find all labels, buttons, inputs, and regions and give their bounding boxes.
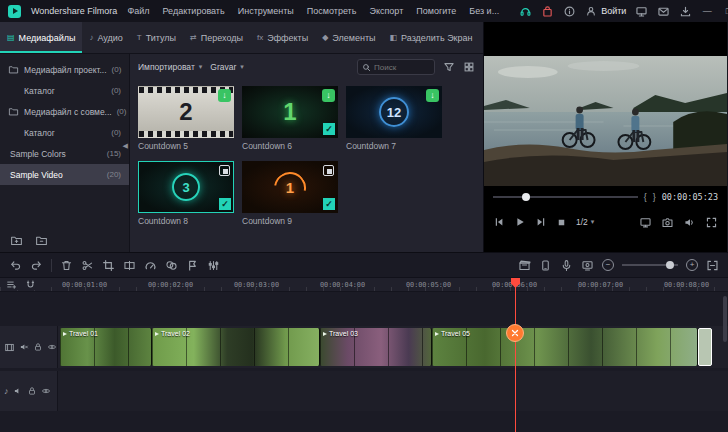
tab-transitions[interactable]: ⇄ Переходы bbox=[183, 22, 250, 53]
import-dropdown[interactable]: Импортироват ▾ bbox=[138, 62, 202, 72]
search-box[interactable] bbox=[357, 59, 435, 75]
media-item-countdown8[interactable]: 3 ✓ Countdown 8 bbox=[138, 161, 234, 226]
info-icon[interactable] bbox=[563, 5, 576, 18]
seekbar-handle[interactable] bbox=[522, 193, 530, 201]
stop-button[interactable] bbox=[556, 217, 567, 228]
collapse-sidebar-button[interactable]: ◀ bbox=[123, 142, 128, 150]
eye-icon[interactable] bbox=[41, 386, 51, 396]
track-manager-icon[interactable] bbox=[6, 279, 17, 290]
playback-quality-dropdown[interactable]: 1/2 ▾ bbox=[576, 217, 594, 227]
download-icon[interactable]: ↓ bbox=[322, 89, 335, 102]
next-frame-button[interactable] bbox=[535, 216, 547, 228]
previous-frame-button[interactable] bbox=[493, 216, 505, 228]
menu-file[interactable]: Файл bbox=[127, 6, 149, 16]
store-bag-icon[interactable] bbox=[541, 5, 554, 18]
view-grid-icon[interactable] bbox=[463, 61, 475, 73]
timeline-zoom-slider[interactable] bbox=[622, 264, 678, 266]
eye-icon[interactable] bbox=[47, 342, 57, 352]
render-clapper-icon[interactable] bbox=[518, 259, 531, 272]
sidebar-item-catalog-2[interactable]: Каталог (0) bbox=[0, 122, 129, 143]
login-button[interactable]: Войти bbox=[585, 5, 626, 17]
timeline-clip[interactable]: Travel 01 bbox=[60, 328, 152, 366]
timeline-vertical-scrollbar[interactable] bbox=[723, 296, 727, 342]
sidebar-item-sample-video[interactable]: Sample Video (20) bbox=[0, 164, 129, 185]
menu-view[interactable]: Посмотреть bbox=[307, 6, 357, 16]
maximize-button[interactable]: □ bbox=[722, 6, 728, 16]
menu-tools[interactable]: Инструменты bbox=[238, 6, 294, 16]
zoom-slider-handle[interactable] bbox=[666, 261, 674, 269]
snap-magnet-icon[interactable] bbox=[25, 279, 36, 290]
record-dropdown[interactable]: Gravar ▾ bbox=[210, 62, 244, 72]
timeline-clip[interactable]: Travel 05 bbox=[432, 328, 698, 366]
speed-icon[interactable] bbox=[144, 259, 157, 272]
tab-audio[interactable]: ♪ Аудио bbox=[82, 22, 129, 53]
download-icon[interactable]: ↓ bbox=[426, 89, 439, 102]
mixer-icon[interactable] bbox=[207, 259, 220, 272]
video-track-lane[interactable]: Travel 01 Travel 02 Travel 03 Trave bbox=[58, 326, 728, 368]
tab-splitscreen[interactable]: ◧ Разделить Экран bbox=[383, 22, 480, 53]
mute-icon[interactable] bbox=[19, 342, 29, 352]
delete-icon[interactable] bbox=[60, 259, 73, 272]
play-button[interactable] bbox=[514, 216, 526, 228]
mark-in-icon[interactable]: { bbox=[644, 192, 647, 202]
crop-icon[interactable] bbox=[102, 259, 115, 272]
sidebar-item-sample-colors[interactable]: Sample Colors (15) bbox=[0, 143, 129, 164]
media-item-countdown9[interactable]: 1 ✓ Countdown 9 bbox=[242, 161, 338, 226]
timeline-tracks: Travel 01 Travel 02 Travel 03 Trave bbox=[0, 292, 728, 432]
snapshot-camera-icon[interactable] bbox=[661, 216, 674, 229]
mark-out-icon[interactable]: } bbox=[653, 192, 656, 202]
download-icon[interactable]: ↓ bbox=[218, 89, 231, 102]
ruler-label: 00:00:05:00 bbox=[406, 281, 451, 289]
minimize-button[interactable]: — bbox=[701, 6, 713, 16]
new-folder-button[interactable] bbox=[10, 234, 23, 247]
media-item-countdown7[interactable]: 12 ↓ Countdown 7 bbox=[346, 86, 442, 151]
fullscreen-icon[interactable] bbox=[705, 216, 718, 229]
volume-icon[interactable] bbox=[683, 216, 696, 229]
mute-icon[interactable] bbox=[13, 386, 23, 396]
lock-icon[interactable] bbox=[27, 386, 37, 396]
sidebar-item-shared-media[interactable]: Медиафайл с совме... (0) bbox=[0, 101, 129, 122]
download-tray-icon[interactable] bbox=[679, 5, 692, 18]
preview-seekbar[interactable] bbox=[493, 196, 638, 198]
media-icon: ▤ bbox=[7, 33, 15, 42]
fit-timeline-icon[interactable] bbox=[706, 259, 719, 272]
split-at-playhead-button[interactable] bbox=[506, 324, 524, 342]
delete-folder-button[interactable] bbox=[35, 234, 48, 247]
media-item-countdown6[interactable]: 1 ↓ ✓ Countdown 6 bbox=[242, 86, 338, 151]
tab-media[interactable]: ▤ Медиафайлы bbox=[0, 22, 82, 53]
filter-icon[interactable] bbox=[443, 61, 455, 73]
zoom-in-button[interactable]: + bbox=[686, 259, 698, 271]
support-headset-icon[interactable] bbox=[519, 5, 532, 18]
menu-edit[interactable]: Редактировать bbox=[163, 6, 225, 16]
phone-icon[interactable] bbox=[539, 259, 552, 272]
mail-icon[interactable] bbox=[657, 5, 670, 18]
timeline-clip[interactable]: Travel 02 bbox=[152, 328, 320, 366]
voiceover-mic-icon[interactable] bbox=[560, 259, 573, 272]
tab-effects[interactable]: fx Эффекты bbox=[250, 22, 315, 53]
playhead[interactable] bbox=[515, 278, 516, 432]
scissors-icon[interactable] bbox=[81, 259, 94, 272]
sidebar-item-project-media[interactable]: Медиафайл проект... (0) bbox=[0, 59, 129, 80]
screen-record-icon[interactable] bbox=[581, 259, 594, 272]
lock-icon[interactable] bbox=[33, 342, 43, 352]
menu-help[interactable]: Помогите bbox=[416, 6, 456, 16]
marker-icon[interactable] bbox=[186, 259, 199, 272]
timeline-clip[interactable]: Travel 03 bbox=[320, 328, 432, 366]
color-icon[interactable] bbox=[165, 259, 178, 272]
redo-icon[interactable] bbox=[30, 259, 43, 272]
timeline-ruler[interactable]: 00:00:01:00 00:00:02:00 00:00:03:00 00:0… bbox=[0, 278, 728, 292]
menu-export[interactable]: Экспорт bbox=[369, 6, 403, 16]
screen-share-icon[interactable] bbox=[635, 5, 648, 18]
undo-icon[interactable] bbox=[9, 259, 22, 272]
audio-track-lane[interactable] bbox=[58, 371, 728, 411]
display-settings-icon[interactable] bbox=[639, 216, 652, 229]
sidebar-item-catalog-1[interactable]: Каталог (0) bbox=[0, 80, 129, 101]
compound-clip-icon bbox=[323, 165, 334, 176]
search-input[interactable] bbox=[374, 63, 430, 72]
split-icon[interactable] bbox=[123, 259, 136, 272]
tab-elements[interactable]: ◆ Элементы bbox=[315, 22, 382, 53]
tab-titles[interactable]: Т Титулы bbox=[130, 22, 183, 53]
selected-clip-fragment[interactable] bbox=[698, 328, 712, 366]
zoom-out-button[interactable]: − bbox=[602, 259, 614, 271]
media-item-countdown5[interactable]: 2 ↓ Countdown 5 bbox=[138, 86, 234, 151]
